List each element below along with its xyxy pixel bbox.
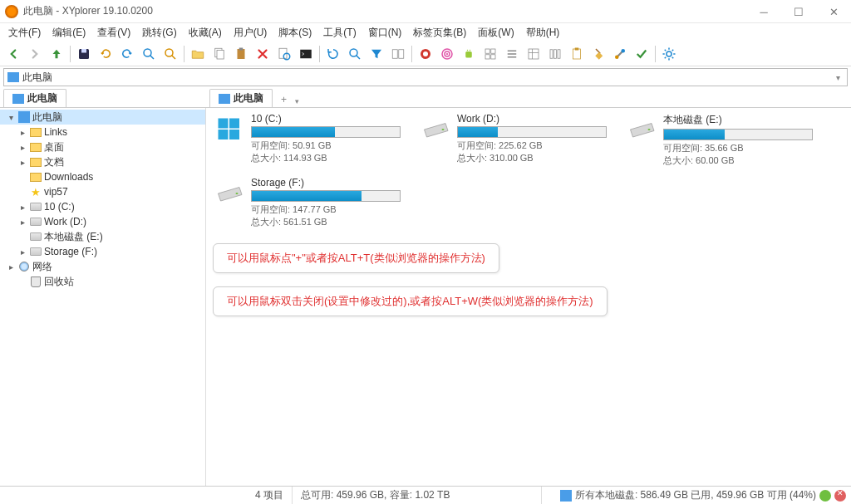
menu-item-8[interactable]: 窗口(N)	[363, 24, 407, 42]
menu-item-1[interactable]: 编辑(E)	[47, 24, 91, 42]
settings-button[interactable]	[659, 44, 679, 64]
filter-button[interactable]	[366, 44, 386, 64]
menu-item-3[interactable]: 跳转(G)	[137, 24, 181, 42]
tree-item-2[interactable]: ▸桌面	[0, 139, 205, 154]
nav-back-button[interactable]	[3, 44, 23, 64]
target-button[interactable]	[437, 44, 457, 64]
undo-button[interactable]	[96, 44, 116, 64]
tree-toggle-icon[interactable]: ▸	[17, 158, 27, 167]
svg-point-42	[622, 49, 626, 53]
new-folder-button[interactable]	[188, 44, 208, 64]
tree-item-4[interactable]: Downloads	[0, 169, 205, 184]
menu-item-9[interactable]: 标签页集(B)	[408, 24, 471, 42]
svg-rect-27	[485, 54, 489, 58]
svg-line-14	[357, 55, 361, 59]
tree-toggle-icon[interactable]: ▸	[17, 128, 27, 137]
tree-toggle-icon[interactable]: ▸	[6, 262, 16, 272]
drive-free-text: 可用空间: 35.66 GB	[663, 142, 823, 154]
search-button[interactable]	[345, 44, 365, 64]
maximize-button[interactable]: ☐	[781, 0, 816, 23]
refresh-button[interactable]	[323, 44, 343, 64]
tree-label: 文档	[44, 155, 64, 169]
menu-item-0[interactable]: 文件(F)	[3, 24, 46, 42]
tree-item-0[interactable]: ▾此电脑	[0, 110, 205, 125]
drive-item-3[interactable]: Storage (F:) 可用空间: 147.77 GB 总大小: 561.51…	[213, 175, 412, 230]
menu-item-6[interactable]: 脚本(S)	[273, 24, 317, 42]
menu-item-11[interactable]: 帮助(H)	[521, 24, 565, 42]
view-details-button[interactable]	[524, 44, 544, 64]
tree-item-5[interactable]: ★vip57	[0, 184, 205, 199]
drive-item-2[interactable]: 本地磁盘 (E:) 可用空间: 35.66 GB 总大小: 60.00 GB	[625, 111, 824, 169]
tip-box-1: 可以用鼠标点"+"或者按ALT+T(类似浏览器的操作方法)	[213, 243, 499, 273]
content-pane[interactable]: 10 (C:) 可用空间: 50.91 GB 总大小: 114.93 GB Wo…	[206, 108, 851, 486]
tree-toggle-icon[interactable]: ▸	[17, 203, 27, 212]
tree-item-3[interactable]: ▸文档	[0, 154, 205, 169]
delete-button[interactable]	[253, 44, 273, 64]
drive-total-text: 总大小: 310.00 GB	[457, 152, 617, 164]
close-button[interactable]: ✕	[816, 0, 851, 23]
properties-button[interactable]	[274, 44, 294, 64]
drive-item-0[interactable]: 10 (C:) 可用空间: 50.91 GB 总大小: 114.93 GB	[213, 111, 412, 169]
terminal-button[interactable]	[296, 44, 316, 64]
tab-dropdown-button[interactable]: ▾	[292, 95, 303, 107]
columns-button[interactable]	[545, 44, 565, 64]
computer-icon	[219, 94, 230, 104]
content-tab[interactable]: 此电脑	[209, 89, 273, 107]
tree-toggle-icon[interactable]: ▾	[6, 113, 16, 122]
tree-item-11[interactable]: 回收站	[0, 274, 205, 289]
tree-item-10[interactable]: ▸网络	[0, 259, 205, 274]
tree-label: vip57	[44, 186, 68, 198]
redo-button[interactable]	[117, 44, 137, 64]
tree-label: Downloads	[44, 171, 93, 183]
tree-panel-tab[interactable]: 此电脑	[3, 89, 66, 107]
tree-toggle-icon[interactable]: ▸	[17, 143, 27, 152]
svg-rect-25	[485, 49, 489, 53]
color-button[interactable]	[416, 44, 435, 64]
preview-button[interactable]	[139, 44, 159, 64]
svg-point-50	[236, 193, 239, 194]
tree-item-6[interactable]: ▸10 (C:)	[0, 199, 205, 214]
tree-item-9[interactable]: ▸Storage (F:)	[0, 244, 205, 259]
address-dropdown-icon[interactable]: ▾	[833, 73, 844, 82]
svg-rect-45	[229, 119, 239, 129]
menu-item-4[interactable]: 收藏(A)	[184, 24, 227, 42]
nav-up-button[interactable]	[47, 44, 66, 64]
tree-item-1[interactable]: ▸Links	[0, 125, 205, 139]
menu-item-7[interactable]: 工具(T)	[318, 24, 361, 42]
tools-button[interactable]	[610, 44, 630, 64]
svg-rect-7	[217, 50, 224, 59]
menu-item-2[interactable]: 查看(V)	[92, 24, 135, 42]
view-list-button[interactable]	[502, 44, 522, 64]
save-layout-button[interactable]	[74, 44, 94, 64]
android-button[interactable]	[459, 44, 479, 64]
drive-usage-bar	[663, 129, 813, 140]
copy-button[interactable]	[209, 44, 229, 64]
tree-toggle-icon[interactable]: ▸	[17, 218, 27, 227]
broom-button[interactable]	[588, 44, 608, 64]
svg-point-18	[423, 51, 428, 56]
tip-box-2: 可以用鼠标双击关闭(设置中修改过的),或者按ALT+W(类似浏览器的操作方法)	[213, 286, 608, 316]
menu-item-5[interactable]: 用户(U)	[229, 24, 273, 42]
dual-pane-button[interactable]	[388, 44, 408, 64]
tree-item-8[interactable]: 本地磁盘 (E:)	[0, 229, 205, 244]
menu-item-10[interactable]: 面板(W)	[473, 24, 519, 42]
drive-free-text: 可用空间: 147.77 GB	[251, 203, 411, 216]
check-button[interactable]	[632, 44, 652, 64]
tree-tab-label: 此电脑	[27, 91, 57, 105]
tree-label: 10 (C:)	[44, 201, 75, 213]
tree-toggle-icon[interactable]: ▸	[17, 247, 27, 257]
drive-item-1[interactable]: Work (D:) 可用空间: 225.62 GB 总大小: 310.00 GB	[419, 111, 618, 169]
find-button[interactable]	[160, 44, 180, 64]
new-tab-button[interactable]: +	[276, 92, 292, 107]
windows-icon	[214, 115, 244, 144]
folder-tree[interactable]: ▾此电脑▸Links▸桌面▸文档Downloads★vip57▸10 (C:)▸…	[0, 108, 206, 486]
view-thumbs-button[interactable]	[480, 44, 500, 64]
minimize-button[interactable]: ─	[746, 0, 781, 23]
nav-forward-button[interactable]	[25, 44, 45, 64]
clipboard-button[interactable]	[567, 44, 587, 64]
paste-button[interactable]	[231, 44, 251, 64]
svg-rect-47	[229, 130, 239, 139]
address-bar[interactable]: 此电脑 ▾	[3, 68, 848, 86]
tree-item-7[interactable]: ▸Work (D:)	[0, 214, 205, 229]
tree-label: Storage (F:)	[44, 246, 97, 257]
